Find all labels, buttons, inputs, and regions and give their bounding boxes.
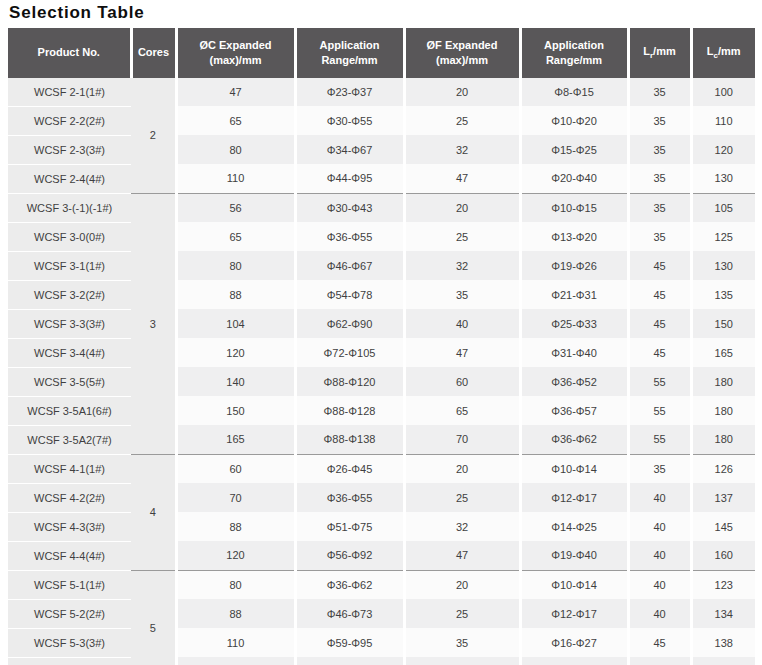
oc-application-range-cell: Φ88-Φ138 [295,425,404,454]
oc-application-range-cell: Φ59-Φ95 [295,628,404,657]
table-row: WCSF 3-5A2(7#)165Φ88-Φ13870Φ36-Φ6255180 [8,425,755,454]
product-no-cell: WCSF 2-3(3#) [8,135,131,164]
table-row: WCSF 4-2(2#)70Φ36-Φ5525Φ12-Φ1740137 [8,483,755,512]
of-expanded-cell: 70 [404,425,520,454]
oc-expanded-cell: 150 [176,396,295,425]
col-header-application-range-c: ApplicationRange/mm [295,28,404,78]
lc-cell: 130 [691,164,755,193]
of-expanded-cell: 20 [404,193,520,222]
table-row: WCSF 3-5A1(6#)150Φ88-Φ12865Φ36-Φ5755180 [8,396,755,425]
cores-cell: 5 [131,570,176,665]
lr-cell: 40 [628,541,691,570]
oc-expanded-cell: 80 [176,570,295,599]
lr-cell: 45 [628,251,691,280]
lr-cell: 40 [628,512,691,541]
product-no-cell: WCSF 4-2(2#) [8,483,131,512]
of-expanded-cell: 47 [404,338,520,367]
lc-cell: 165 [691,338,755,367]
of-expanded-cell: 20 [404,570,520,599]
lr-cell: 40 [628,599,691,628]
core-group: WCSF 3-(-1)(-1#)356Φ30-Φ4320Φ10-Φ1535105… [8,193,755,454]
of-expanded-cell: 32 [404,512,520,541]
of-expanded-cell: 32 [404,251,520,280]
oc-application-range-cell: Φ59-Φ100 [295,657,404,665]
of-application-range-cell: Φ13-Φ20 [520,222,628,251]
table-row: WCSF 5-3(3#)110Φ59-Φ9535Φ16-Φ2745138 [8,628,755,657]
col-header-oc-expanded: ØC Expanded(max)/mm [176,28,295,78]
lr-cell: 35 [628,193,691,222]
oc-expanded-cell: 120 [176,338,295,367]
lr-cell: 55 [628,425,691,454]
oc-expanded-cell: 88 [176,599,295,628]
of-application-range-cell: Φ36-Φ62 [520,425,628,454]
lr-cell: 55 [628,396,691,425]
table-row: WCSF 4-1(1#)460Φ26-Φ4520Φ10-Φ1435126 [8,454,755,483]
table-row: WCSF 3-3(3#)104Φ62-Φ9040Φ25-Φ3345150 [8,309,755,338]
product-no-cell: WCSF 3-3(3#) [8,309,131,338]
lc-cell: 105 [691,193,755,222]
oc-application-range-cell: Φ51-Φ75 [295,512,404,541]
col-header-of-expanded: ØF Expanded(max)/mm [404,28,520,78]
oc-application-range-cell: Φ88-Φ120 [295,367,404,396]
table-row: WCSF 5-3A(4#)120Φ59-Φ10040Φ16-Φ3245138 [8,657,755,665]
of-expanded-cell: 60 [404,367,520,396]
product-no-cell: WCSF 5-3A(4#) [8,657,131,665]
lr-cell: 55 [628,367,691,396]
core-group: WCSF 4-1(1#)460Φ26-Φ4520Φ10-Φ1435126WCSF… [8,454,755,570]
lr-cell: 35 [628,164,691,193]
lr-cell: 35 [628,78,691,107]
lc-cell: 180 [691,367,755,396]
oc-application-range-cell: Φ46-Φ67 [295,251,404,280]
table-row: WCSF 4-4(4#)120Φ56-Φ9247Φ19-Φ4040160 [8,541,755,570]
oc-application-range-cell: Φ46-Φ73 [295,599,404,628]
col-header-application-range-f: ApplicationRange/mm [520,28,628,78]
selection-table: Product No. Cores ØC Expanded(max)/mm Ap… [8,28,755,665]
oc-expanded-cell: 80 [176,135,295,164]
of-expanded-cell: 35 [404,628,520,657]
lr-cell: 45 [628,280,691,309]
lc-cell: 150 [691,309,755,338]
product-no-cell: WCSF 2-2(2#) [8,106,131,135]
table-row: WCSF 3-4(4#)120Φ72-Φ10547Φ31-Φ4045165 [8,338,755,367]
product-no-cell: WCSF 3-5A2(7#) [8,425,131,454]
of-application-range-cell: Φ8-Φ15 [520,78,628,107]
lr-cell: 40 [628,570,691,599]
lc-cell: 100 [691,78,755,107]
product-no-cell: WCSF 3-5A1(6#) [8,396,131,425]
product-no-cell: WCSF 5-1(1#) [8,570,131,599]
lc-cell: 138 [691,657,755,665]
of-expanded-cell: 20 [404,454,520,483]
product-no-cell: WCSF 4-4(4#) [8,541,131,570]
of-expanded-cell: 20 [404,78,520,107]
oc-expanded-cell: 60 [176,454,295,483]
of-expanded-cell: 32 [404,135,520,164]
col-header-lr: Lr/mm [628,28,691,78]
header-row: Product No. Cores ØC Expanded(max)/mm Ap… [8,28,755,78]
col-header-product-no: Product No. [8,28,131,78]
product-no-cell: WCSF 4-1(1#) [8,454,131,483]
lr-cell: 35 [628,222,691,251]
table-row: WCSF 5-2(2#)88Φ46-Φ7325Φ12-Φ1740134 [8,599,755,628]
lc-cell: 134 [691,599,755,628]
product-no-cell: WCSF 3-5(5#) [8,367,131,396]
of-application-range-cell: Φ10-Φ14 [520,454,628,483]
product-no-cell: WCSF 3-4(4#) [8,338,131,367]
of-application-range-cell: Φ10-Φ15 [520,193,628,222]
table-row: WCSF 3-1(1#)80Φ46-Φ6732Φ19-Φ2645130 [8,251,755,280]
page-title: Selection Table [9,4,755,23]
of-application-range-cell: Φ15-Φ25 [520,135,628,164]
oc-expanded-cell: 120 [176,657,295,665]
product-no-cell: WCSF 3-2(2#) [8,280,131,309]
of-expanded-cell: 25 [404,106,520,135]
oc-expanded-cell: 120 [176,541,295,570]
product-no-cell: WCSF 2-1(1#) [8,78,131,107]
oc-expanded-cell: 140 [176,367,295,396]
oc-expanded-cell: 110 [176,628,295,657]
catalog-page: Selection Table Product No. Cores ØC Exp… [0,0,762,665]
lr-cell: 45 [628,657,691,665]
product-no-cell: WCSF 5-2(2#) [8,599,131,628]
col-header-lc: Lc/mm [691,28,755,78]
oc-application-range-cell: Φ34-Φ67 [295,135,404,164]
cores-cell: 2 [131,78,176,194]
oc-expanded-cell: 88 [176,512,295,541]
